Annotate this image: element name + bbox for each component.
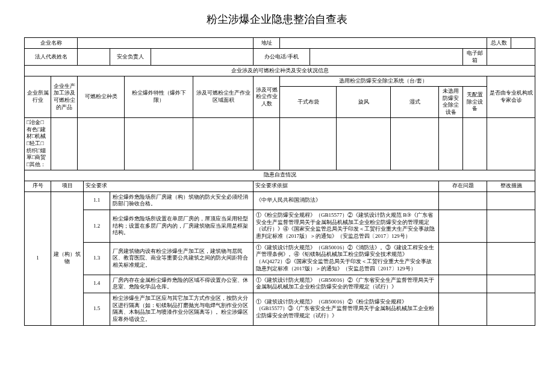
table-row: 1.3 厂房建筑物内设有粉尘涉爆生产加工区，建筑物与居民区、教育医院、商业等重要… [25, 242, 535, 275]
basis-cell: ①《建筑设计防火规范》（GB50016）②《消防法》。③《建设工程安全生产管理条… [254, 242, 439, 275]
no-dust-equip-value[interactable] [463, 117, 487, 170]
problem-cell[interactable] [439, 242, 487, 275]
basis-cell: ①《粉尘防爆安全规程》（GB15577）②《建筑设计防火规范 B③《广东省安全生… [254, 210, 439, 243]
req-cell: 厂房建筑物内设有粉尘涉爆生产加工区，建筑物与居民区、教育医院、商业等重要公共建筑… [110, 242, 254, 275]
basis-cell: ①《建筑设计防火规范》（GB50016）②《粉尘防爆安全规程》（GB15577）… [254, 293, 439, 325]
main-table: 企业名称 地址 总人数 法人代表姓名 安全负责人 办公电话/手机 电子邮箱 企业… [24, 37, 535, 326]
email-value[interactable] [487, 49, 535, 66]
col-basis: 安全要求依据 [254, 181, 439, 191]
explosion-char-value[interactable] [125, 117, 193, 170]
explosion-char-label: 粉尘爆炸特性（爆炸下限） [125, 76, 193, 117]
basis-cell: 《中华人民共和国消防法》 [254, 191, 439, 210]
sub-num: 1.1 [84, 191, 110, 210]
cyclone-label: 旋风 [337, 87, 391, 118]
col-action: 整改措施 [487, 181, 535, 191]
action-cell[interactable] [487, 191, 535, 210]
action-cell[interactable] [487, 293, 535, 325]
req-cell: 厂房内存在金属粉尘爆炸危险的区域不得设置办公室、休息室、危险化学品仓库。 [110, 275, 254, 293]
address-value[interactable] [280, 38, 487, 49]
expert-consult-label: 是否由专业机构或专家会诊 [487, 76, 535, 117]
industry-label: 企业所属行业 [25, 76, 51, 117]
dust-type-value[interactable] [78, 117, 125, 170]
dry-bag-label: 干式布袋 [280, 87, 337, 118]
area-value[interactable] [193, 117, 254, 170]
problem-cell[interactable] [439, 191, 487, 210]
email-label: 电子邮箱 [463, 49, 487, 66]
table-row: 1 建（构）筑物 1.1 粉尘爆炸危险场所厂房建（构）筑物的防火安全必须经消防部… [25, 191, 535, 210]
col-problem: 存在问题 [439, 181, 487, 191]
legal-rep-value[interactable] [78, 49, 110, 66]
wet-label: 湿式 [391, 87, 439, 118]
product-value[interactable] [51, 117, 78, 170]
worker-count-label: 涉及可燃粉尘作业人数 [254, 76, 280, 117]
address-label: 地址 [254, 38, 280, 49]
req-cell: 粉尘爆炸危险场所厂房建（构）筑物的防火安全必须经消防部门验收合格。 [110, 191, 254, 210]
problem-cell[interactable] [439, 275, 487, 293]
worker-count-value[interactable] [254, 117, 280, 170]
sub-num: 1.4 [84, 275, 110, 293]
seq-cell: 1 [25, 191, 51, 325]
safety-officer-value[interactable] [151, 49, 254, 66]
wet-value[interactable] [391, 117, 439, 170]
company-name-value[interactable] [78, 38, 254, 49]
no-explosion-proof-label: 未选用防爆安全除尘设备 [439, 87, 463, 118]
total-people-label: 总人数 [487, 38, 511, 49]
cyclone-value[interactable] [337, 117, 391, 170]
action-cell[interactable] [487, 242, 535, 275]
sub-num: 1.2 [84, 210, 110, 243]
col-req: 安全要求 [84, 181, 254, 191]
legal-rep-label: 法人代表姓名 [25, 49, 78, 66]
no-explosion-proof-value[interactable] [439, 117, 463, 170]
table-row: 1.5 粉尘涉爆生产加工区应与其它加工方式作业区，按防火分区进行隔离（如：铝镁制… [25, 293, 535, 325]
no-dust-equip-label: 无配置除尘设备 [463, 87, 487, 118]
dust-system-label: 选用粉尘防爆安全除尘系统（台/套） [280, 76, 487, 87]
safety-officer-label: 安全负责人 [110, 49, 151, 66]
checklist-section-title: 隐患自查情况 [25, 170, 535, 181]
sub-num: 1.3 [84, 242, 110, 275]
dry-bag-value[interactable] [280, 117, 337, 170]
company-name-label: 企业名称 [25, 38, 78, 49]
table-row: 1.2 粉尘爆炸危险场所设置在单层厂房的，屋顶应当采用轻型结构；设置在多层厂房内… [25, 210, 535, 243]
page-title: 粉尘涉爆企业隐患整治自查表 [24, 12, 530, 26]
area-label: 涉及可燃粉尘生产作业区域面积 [193, 76, 254, 117]
industry-options[interactable]: □冶金□有色□建材□机械□轻工□纺织□烟草□商贸□其他： [25, 117, 51, 170]
dust-type-label: 可燃粉尘种类 [78, 76, 125, 117]
col-seq: 序号 [25, 181, 51, 191]
office-phone-value[interactable] [310, 49, 463, 66]
problem-cell[interactable] [439, 293, 487, 325]
action-cell[interactable] [487, 275, 535, 293]
sub-num: 1.5 [84, 293, 110, 325]
office-phone-label: 办公电话/手机 [254, 49, 310, 66]
action-cell[interactable] [487, 210, 535, 243]
req-cell: 粉尘爆炸危险场所设置在单层厂房的，屋顶应当采用轻型结构；设置在多层厂房内的，厂房… [110, 210, 254, 243]
basis-cell: ①《建筑设计防火规范》（GB50016）②《广东省安全生产监督管理局关于金属制品… [254, 275, 439, 293]
total-people-value[interactable] [511, 38, 535, 49]
product-label: 企业生产加工涉及可燃粉尘的产品 [51, 76, 78, 117]
table-row: 1.4 厂房内存在金属粉尘爆炸危险的区域不得设置办公室、休息室、危险化学品仓库。… [25, 275, 535, 293]
req-cell: 粉尘涉爆生产加工区应与其它加工方式作业区，按防火分区进行隔离（如：铝镁制品打磨抛… [110, 293, 254, 325]
col-item: 项目 [51, 181, 84, 191]
problem-cell[interactable] [439, 210, 487, 243]
expert-consult-value[interactable] [487, 117, 535, 170]
item-cell: 建（构）筑物 [51, 191, 84, 325]
dust-info-section-title: 企业涉及的可燃粉尘种类及安全状况信息 [25, 66, 535, 76]
